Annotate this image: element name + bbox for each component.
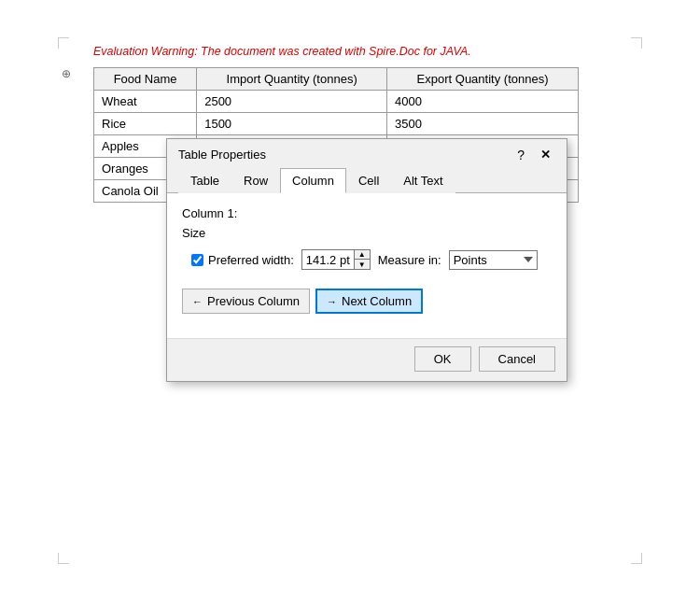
ok-button[interactable]: OK <box>414 346 471 372</box>
tab-alt-text[interactable]: Alt Text <box>391 168 455 193</box>
width-input[interactable] <box>302 251 354 269</box>
nav-buttons-row: ← Previous Column → Next Column <box>182 289 552 314</box>
table-properties-dialog: Table Properties ? ✕ Table Row Column Ce… <box>166 138 567 382</box>
next-column-label: Next Column <box>342 294 412 308</box>
width-input-group: ▲ ▼ <box>301 249 371 270</box>
tab-cell[interactable]: Cell <box>346 168 391 193</box>
size-label: Size <box>182 226 552 240</box>
prev-arrow-icon: ← <box>192 296 203 307</box>
dialog-tabs: Table Row Column Cell Alt Text <box>167 168 567 193</box>
preferred-width-checkbox-label[interactable]: Preferred width: <box>191 253 294 267</box>
measure-in-label: Measure in: <box>378 253 441 267</box>
tab-table[interactable]: Table <box>178 168 231 193</box>
dialog-footer: OK Cancel <box>167 338 567 381</box>
dialog-controls: ? ✕ <box>513 147 555 162</box>
dialog-overlay: Table Properties ? ✕ Table Row Column Ce… <box>0 0 700 592</box>
preferred-width-checkbox[interactable] <box>191 254 203 266</box>
spinner-down-button[interactable]: ▼ <box>355 260 370 269</box>
spinner-up-button[interactable]: ▲ <box>355 250 370 260</box>
dialog-body: Column 1: Size Preferred width: ▲ ▼ Meas… <box>167 193 567 338</box>
dialog-title: Table Properties <box>178 148 266 162</box>
dialog-close-button[interactable]: ✕ <box>536 147 555 162</box>
preferred-width-row: Preferred width: ▲ ▼ Measure in: PointsP… <box>191 249 552 270</box>
next-column-button[interactable]: → Next Column <box>315 289 423 314</box>
spinner-buttons: ▲ ▼ <box>354 250 370 269</box>
measure-in-select[interactable]: PointsPercentInchesCentimeters <box>449 250 538 270</box>
preferred-width-label: Preferred width: <box>208 253 294 267</box>
dialog-titlebar: Table Properties ? ✕ <box>167 139 567 168</box>
tab-row[interactable]: Row <box>231 168 280 193</box>
column-info: Column 1: <box>182 206 552 220</box>
tab-column[interactable]: Column <box>280 168 346 193</box>
next-arrow-icon: → <box>327 296 337 307</box>
prev-column-label: Previous Column <box>207 294 300 308</box>
previous-column-button[interactable]: ← Previous Column <box>182 289 310 314</box>
dialog-help-button[interactable]: ? <box>513 148 528 162</box>
cancel-button[interactable]: Cancel <box>479 346 555 372</box>
